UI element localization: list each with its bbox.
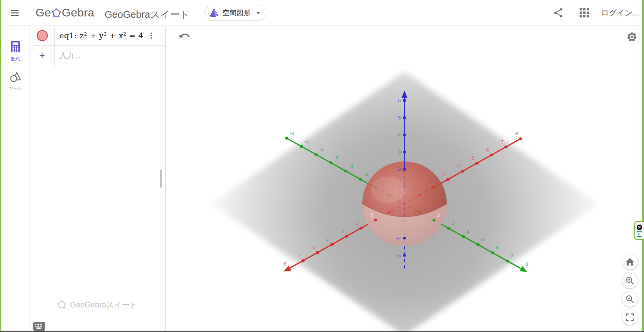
- algebra-input-row[interactable]: + 入力...: [30, 46, 165, 66]
- svg-text:-5: -5: [470, 155, 475, 161]
- settings-gear-icon: [626, 31, 638, 43]
- algebra-input-placeholder[interactable]: 入力...: [59, 51, 80, 61]
- svg-text:5: 5: [398, 115, 401, 121]
- add-expression-button[interactable]: +: [39, 51, 45, 61]
- apps-grid-icon: [579, 8, 589, 18]
- fullscreen-icon: [626, 313, 634, 321]
- perspective-switcher[interactable]: 空間図形: [204, 5, 266, 21]
- geogebra-logo[interactable]: Ge Gebra: [36, 6, 94, 19]
- svg-text:-7: -7: [305, 138, 309, 144]
- window-bottom-edge: [0, 331, 644, 332]
- zoom-out-icon: [626, 295, 634, 303]
- svg-text:-4: -4: [455, 163, 460, 169]
- main-menu-button[interactable]: [11, 9, 19, 16]
- svg-text:4: 4: [341, 228, 344, 234]
- svg-text:6: 6: [496, 245, 499, 250]
- svg-text:7: 7: [511, 253, 514, 259]
- rail-item-algebra[interactable]: 数式: [1, 40, 30, 62]
- keyboard-icon: [35, 324, 44, 329]
- eset-logo-icon: e: [637, 231, 642, 237]
- svg-text:6: 6: [312, 244, 315, 250]
- watermark-text: GeoGebraスイート: [70, 300, 138, 310]
- calculator-icon: [10, 40, 21, 54]
- scrollbar-thumb[interactable]: [160, 170, 162, 188]
- left-rail: 数式 ツール: [1, 26, 30, 331]
- share-icon: [553, 7, 564, 18]
- svg-text:2: 2: [370, 212, 373, 218]
- apps-grid-button[interactable]: [579, 8, 589, 19]
- row-menu-button[interactable]: [149, 30, 153, 41]
- login-button[interactable]: ログイン...: [599, 7, 641, 18]
- fullscreen-button[interactable]: [622, 310, 638, 325]
- zoom-in-button[interactable]: [622, 273, 638, 288]
- 3d-scene[interactable]: -8-7-6-5-4-3345678-8-7-6-5-4-3345678-2-1…: [166, 26, 642, 331]
- svg-text:-3: -3: [363, 171, 368, 177]
- svg-text:-4: -4: [348, 163, 353, 169]
- svg-text:-6: -6: [484, 147, 489, 153]
- svg-text:2: 2: [398, 166, 401, 172]
- chevron-down-icon: [256, 11, 261, 14]
- svg-text:8: 8: [283, 261, 286, 267]
- svg-text:7: 7: [298, 252, 301, 258]
- zoom-in-icon: [626, 276, 634, 285]
- geogebra-watermark-icon: [57, 299, 67, 310]
- hamburger-menu-icon: [11, 10, 19, 11]
- home-icon: [626, 258, 634, 266]
- svg-text:3: 3: [356, 220, 359, 226]
- svg-text:-7: -7: [499, 139, 504, 145]
- svg-text:2: 2: [437, 212, 440, 218]
- settings-button[interactable]: [624, 30, 638, 44]
- eset-frame-right: [642, 0, 644, 331]
- graphics-3d-view[interactable]: -8-7-6-5-4-3345678-8-7-6-5-4-3345678-2-1…: [166, 26, 642, 331]
- svg-text:-8: -8: [514, 131, 518, 136]
- eset-banking-badge[interactable]: ✕ e: [634, 221, 644, 240]
- home-view-button[interactable]: [622, 254, 638, 270]
- svg-text:3: 3: [452, 220, 455, 226]
- svg-text:-3: -3: [441, 171, 446, 177]
- app-header: Ge Gebra GeoGebraスイート 空間図形: [0, 0, 644, 26]
- svg-text:-3: -3: [396, 252, 401, 258]
- svg-text:4: 4: [398, 132, 401, 138]
- geogebra-watermark: GeoGebraスイート: [57, 299, 138, 310]
- geometry-tools-icon: [9, 71, 21, 83]
- svg-text:5: 5: [481, 237, 484, 242]
- svg-text:8: 8: [525, 261, 528, 267]
- rail-item-label: 数式: [1, 56, 30, 62]
- perspective-label: 空間図形: [222, 8, 251, 17]
- rail-item-tools[interactable]: ツール: [1, 71, 30, 92]
- virtual-keyboard-button[interactable]: [33, 322, 45, 331]
- svg-text:4: 4: [467, 229, 470, 234]
- undo-button[interactable]: [175, 30, 191, 44]
- undo-icon: [177, 31, 191, 43]
- svg-text:-5: -5: [334, 155, 339, 160]
- svg-text:-8: -8: [290, 130, 294, 136]
- svg-text:3: 3: [398, 149, 401, 155]
- share-button[interactable]: [553, 7, 564, 19]
- rail-item-label: ツール: [1, 86, 30, 92]
- pyramid-3d-icon: [209, 8, 219, 18]
- svg-text:6: 6: [398, 97, 401, 103]
- svg-text:-2: -2: [396, 235, 401, 241]
- logo-text-suffix: Gebra: [62, 6, 94, 19]
- app-title: GeoGebraスイート: [105, 8, 190, 21]
- expression-text: eq1: z² + y² + x² = 4: [59, 31, 144, 40]
- eset-close-icon[interactable]: ✕: [637, 225, 642, 230]
- svg-text:5: 5: [327, 236, 330, 242]
- pentagon-logo-icon: [51, 7, 61, 19]
- zoom-out-button[interactable]: [622, 291, 638, 307]
- eset-frame-left: [0, 0, 1, 331]
- object-visibility-marble[interactable]: [36, 30, 48, 42]
- algebra-row[interactable]: eq1: z² + y² + x² = 4: [30, 26, 165, 46]
- svg-text:-6: -6: [319, 147, 324, 152]
- logo-text-prefix: Ge: [36, 6, 51, 19]
- algebra-panel: eq1: z² + y² + x² = 4 + 入力... GeoGebraスイ…: [30, 26, 166, 331]
